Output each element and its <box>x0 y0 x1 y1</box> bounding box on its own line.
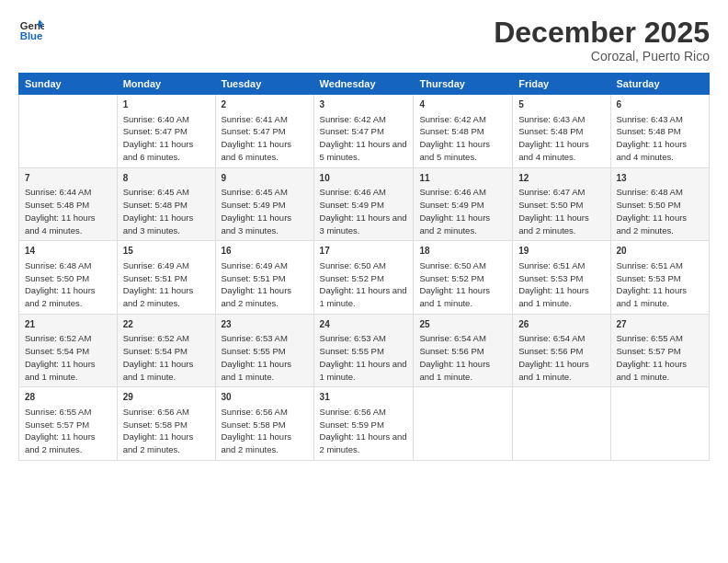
sunrise-text: Sunrise: 6:51 AM <box>518 260 585 270</box>
sunset-text: Sunset: 5:59 PM <box>320 419 384 430</box>
daylight-text: Daylight: 11 hours and 2 minutes. <box>123 285 194 308</box>
day-number: 19 <box>518 245 604 259</box>
week-row-4: 28 Sunrise: 6:55 AM Sunset: 5:57 PM Dayl… <box>19 387 710 461</box>
day-number: 8 <box>123 172 210 186</box>
cell-1-1: 8 Sunrise: 6:45 AM Sunset: 5:48 PM Dayli… <box>117 167 215 241</box>
daylight-text: Daylight: 11 hours and 1 minute. <box>320 359 407 382</box>
sunset-text: Sunset: 5:50 PM <box>617 200 681 210</box>
week-row-3: 21 Sunrise: 6:52 AM Sunset: 5:54 PM Dayl… <box>19 314 710 387</box>
cell-4-2: 30 Sunrise: 6:56 AM Sunset: 5:58 PM Dayl… <box>215 387 313 461</box>
cell-1-3: 10 Sunrise: 6:46 AM Sunset: 5:49 PM Dayl… <box>313 167 414 241</box>
daylight-text: Daylight: 11 hours and 3 minutes. <box>123 213 194 236</box>
daylight-text: Daylight: 11 hours and 1 minute. <box>518 285 589 308</box>
cell-1-4: 11 Sunrise: 6:46 AM Sunset: 5:49 PM Dayl… <box>414 167 513 241</box>
sunrise-text: Sunrise: 6:50 AM <box>419 260 485 270</box>
svg-text:Blue: Blue <box>20 30 43 41</box>
sunrise-text: Sunrise: 6:55 AM <box>617 333 683 343</box>
sunset-text: Sunset: 5:49 PM <box>320 200 384 210</box>
sunset-text: Sunset: 5:52 PM <box>320 273 384 283</box>
sunrise-text: Sunrise: 6:50 AM <box>320 260 386 270</box>
daylight-text: Daylight: 11 hours and 2 minutes. <box>617 213 688 236</box>
sunset-text: Sunset: 5:56 PM <box>419 346 483 356</box>
cell-4-4 <box>414 387 513 461</box>
daylight-text: Daylight: 11 hours and 1 minute. <box>617 359 688 382</box>
sunrise-text: Sunrise: 6:54 AM <box>518 333 585 343</box>
day-number: 7 <box>25 172 111 186</box>
sunset-text: Sunset: 5:48 PM <box>617 126 681 136</box>
sunrise-text: Sunrise: 6:40 AM <box>123 114 189 124</box>
daylight-text: Daylight: 11 hours and 2 minutes. <box>25 431 96 454</box>
daylight-text: Daylight: 11 hours and 1 minute. <box>123 359 194 382</box>
page: General Blue December 2025 Corozal, Puer… <box>0 0 728 563</box>
daylight-text: Daylight: 11 hours and 2 minutes. <box>25 285 96 308</box>
sunrise-text: Sunrise: 6:53 AM <box>320 333 386 343</box>
daylight-text: Daylight: 11 hours and 6 minutes. <box>123 139 194 162</box>
cell-0-6: 6 Sunrise: 6:43 AM Sunset: 5:48 PM Dayli… <box>610 95 709 168</box>
daylight-text: Daylight: 11 hours and 2 minutes. <box>518 213 589 236</box>
sunset-text: Sunset: 5:48 PM <box>419 126 483 136</box>
cell-3-6: 27 Sunrise: 6:55 AM Sunset: 5:57 PM Dayl… <box>610 314 709 387</box>
day-number: 18 <box>419 245 506 259</box>
sunrise-text: Sunrise: 6:54 AM <box>419 333 485 343</box>
cell-0-2: 2 Sunrise: 6:41 AM Sunset: 5:47 PM Dayli… <box>215 95 313 168</box>
cell-4-6 <box>610 387 709 461</box>
daylight-text: Daylight: 11 hours and 1 minute. <box>518 359 589 382</box>
sunrise-text: Sunrise: 6:48 AM <box>617 187 683 197</box>
day-number: 22 <box>123 318 210 332</box>
title-block: December 2025 Corozal, Puerto Rico <box>494 17 710 63</box>
daylight-text: Daylight: 11 hours and 3 minutes. <box>222 213 292 236</box>
daylight-text: Daylight: 11 hours and 4 minutes. <box>25 213 96 236</box>
daylight-text: Daylight: 11 hours and 4 minutes. <box>617 139 688 162</box>
cell-2-1: 15 Sunrise: 6:49 AM Sunset: 5:51 PM Dayl… <box>117 241 215 315</box>
daylight-text: Daylight: 11 hours and 1 minute. <box>320 285 407 308</box>
sunset-text: Sunset: 5:58 PM <box>123 419 188 430</box>
daylight-text: Daylight: 11 hours and 2 minutes. <box>419 213 490 236</box>
sunrise-text: Sunrise: 6:42 AM <box>320 114 386 124</box>
cell-3-2: 23 Sunrise: 6:53 AM Sunset: 5:55 PM Dayl… <box>215 314 313 387</box>
sunrise-text: Sunrise: 6:48 AM <box>25 260 91 270</box>
sunset-text: Sunset: 5:49 PM <box>419 200 483 210</box>
sunset-text: Sunset: 5:48 PM <box>518 126 583 136</box>
day-number: 29 <box>123 391 210 405</box>
daylight-text: Daylight: 11 hours and 1 minute. <box>419 285 490 308</box>
day-number: 30 <box>222 391 308 405</box>
sunrise-text: Sunrise: 6:42 AM <box>419 114 485 124</box>
sunset-text: Sunset: 5:51 PM <box>222 273 286 283</box>
day-number: 24 <box>320 318 408 332</box>
sunset-text: Sunset: 5:57 PM <box>617 346 681 356</box>
sunset-text: Sunset: 5:55 PM <box>320 346 384 356</box>
day-number: 11 <box>419 172 506 186</box>
sunrise-text: Sunrise: 6:47 AM <box>518 187 585 197</box>
day-number: 12 <box>518 172 604 186</box>
daylight-text: Daylight: 11 hours and 5 minutes. <box>320 139 407 162</box>
sunrise-text: Sunrise: 6:41 AM <box>222 114 288 124</box>
sunrise-text: Sunrise: 6:52 AM <box>123 333 189 343</box>
sunrise-text: Sunrise: 6:53 AM <box>222 333 288 343</box>
sunrise-text: Sunrise: 6:49 AM <box>123 260 189 270</box>
cell-2-3: 17 Sunrise: 6:50 AM Sunset: 5:52 PM Dayl… <box>313 241 414 315</box>
cell-1-0: 7 Sunrise: 6:44 AM Sunset: 5:48 PM Dayli… <box>19 167 118 241</box>
sunrise-text: Sunrise: 6:43 AM <box>617 114 683 124</box>
daylight-text: Daylight: 11 hours and 2 minutes. <box>320 431 407 454</box>
sunrise-text: Sunrise: 6:52 AM <box>25 333 91 343</box>
header-saturday: Saturday <box>610 74 709 95</box>
cell-3-4: 25 Sunrise: 6:54 AM Sunset: 5:56 PM Dayl… <box>414 314 513 387</box>
cell-4-0: 28 Sunrise: 6:55 AM Sunset: 5:57 PM Dayl… <box>19 387 118 461</box>
daylight-text: Daylight: 11 hours and 1 minute. <box>25 359 96 382</box>
daylight-text: Daylight: 11 hours and 6 minutes. <box>222 139 292 162</box>
sunrise-text: Sunrise: 6:43 AM <box>518 114 585 124</box>
day-number: 3 <box>320 98 408 112</box>
day-number: 14 <box>25 245 111 259</box>
daylight-text: Daylight: 11 hours and 4 minutes. <box>518 139 589 162</box>
day-number: 17 <box>320 245 408 259</box>
calendar-header-row: Sunday Monday Tuesday Wednesday Thursday… <box>19 74 710 95</box>
sunset-text: Sunset: 5:47 PM <box>320 126 384 136</box>
sunrise-text: Sunrise: 6:51 AM <box>617 260 683 270</box>
sunset-text: Sunset: 5:52 PM <box>419 273 483 283</box>
day-number: 2 <box>222 98 308 112</box>
cell-0-0 <box>19 95 118 168</box>
sunset-text: Sunset: 5:48 PM <box>25 200 89 210</box>
sunrise-text: Sunrise: 6:46 AM <box>419 187 485 197</box>
daylight-text: Daylight: 11 hours and 3 minutes. <box>320 213 407 236</box>
daylight-text: Daylight: 11 hours and 2 minutes. <box>222 431 292 454</box>
